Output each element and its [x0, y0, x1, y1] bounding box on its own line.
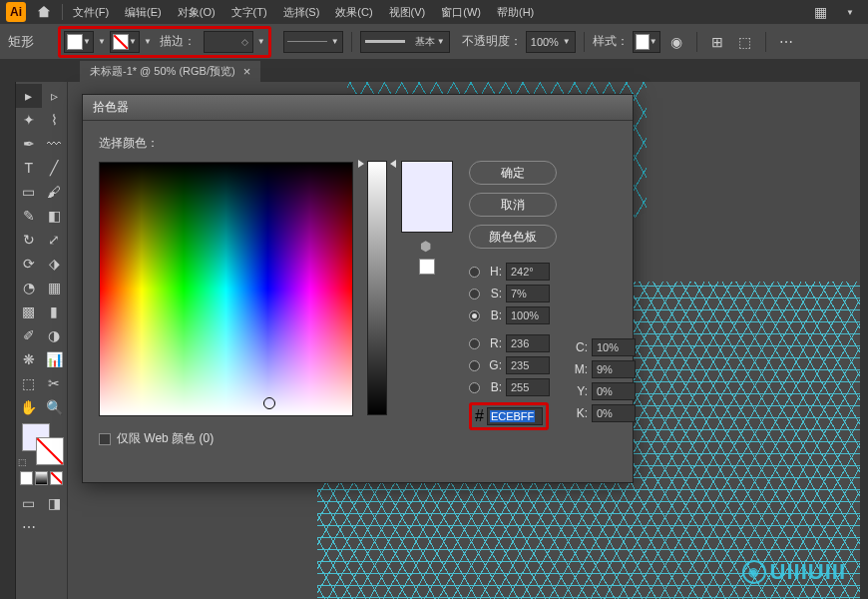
k-input[interactable]: 0% — [592, 404, 636, 422]
mesh-tool-icon[interactable]: ▩ — [16, 300, 42, 323]
eraser-tool-icon[interactable]: ◧ — [42, 204, 68, 228]
stroke-swatch-button[interactable]: ▼ — [110, 31, 140, 53]
pen-tool-icon[interactable]: ✒ — [16, 132, 42, 156]
hex-highlight: # ECEBFF — [469, 402, 549, 430]
value-slider[interactable] — [367, 161, 387, 415]
lasso-tool-icon[interactable]: ⌇ — [42, 108, 68, 132]
zoom-tool-icon[interactable]: 🔍 — [42, 395, 68, 419]
width-tool-icon[interactable]: ⟳ — [16, 252, 42, 276]
menu-select[interactable]: 选择(S) — [277, 3, 326, 22]
free-transform-icon[interactable]: ⬗ — [42, 252, 68, 276]
eyedropper-tool-icon[interactable]: ✐ — [16, 323, 42, 347]
layout-icon[interactable]: ▦ — [808, 0, 832, 24]
blend-tool-icon[interactable]: ◑ — [42, 323, 68, 347]
style-dropdown[interactable]: ▼ — [633, 31, 660, 53]
r-input[interactable]: 236 — [506, 334, 550, 352]
gradient-mode-icon[interactable] — [35, 471, 48, 485]
web-safe-swatch[interactable] — [419, 259, 435, 275]
menu-file[interactable]: 文件(F) — [67, 3, 115, 22]
swatches-button[interactable]: 颜色色板 — [469, 225, 557, 249]
b-radio[interactable] — [469, 310, 480, 321]
web-only-checkbox[interactable]: 仅限 Web 颜色 (0) — [99, 430, 353, 447]
g-input[interactable]: 235 — [506, 356, 550, 374]
scale-tool-icon[interactable]: ⤢ — [42, 228, 68, 252]
direct-selection-tool-icon[interactable]: ▹ — [42, 84, 68, 108]
none-mode-icon[interactable] — [50, 471, 63, 485]
brush-tool-icon[interactable]: 🖌 — [42, 180, 68, 204]
brush-dropdown[interactable]: 基本▼ — [360, 31, 450, 53]
screen-mode-icon[interactable]: ▭ — [16, 491, 42, 515]
c-input[interactable]: 10% — [592, 338, 636, 356]
rotate-tool-icon[interactable]: ↻ — [16, 228, 42, 252]
recolor-icon[interactable]: ◉ — [664, 30, 688, 54]
s-input[interactable]: 7% — [506, 285, 550, 302]
chevron-down-icon[interactable]: ▼ — [144, 37, 152, 46]
color-spectrum[interactable] — [99, 162, 353, 416]
slider-handle[interactable] — [362, 160, 392, 166]
stroke-width-input[interactable]: ◇ — [204, 31, 253, 53]
home-icon[interactable] — [36, 4, 52, 20]
menu-edit[interactable]: 编辑(E) — [119, 3, 168, 22]
s-radio[interactable] — [469, 289, 480, 300]
web-only-label: 仅限 Web 颜色 (0) — [117, 430, 214, 447]
dialog-title[interactable]: 拾色器 — [83, 95, 633, 121]
g-radio[interactable] — [469, 360, 480, 371]
gradient-tool-icon[interactable]: ▮ — [42, 300, 68, 323]
menu-bar: Ai 文件(F) 编辑(E) 对象(O) 文字(T) 选择(S) 效果(C) 视… — [0, 0, 868, 24]
color-mode-icon[interactable] — [20, 471, 33, 485]
chevron-down-icon[interactable]: ▼ — [257, 37, 265, 46]
menu-effect[interactable]: 效果(C) — [329, 3, 378, 22]
menu-object[interactable]: 对象(O) — [172, 3, 221, 22]
type-tool-icon[interactable]: T — [16, 156, 42, 180]
stroke-swatch[interactable] — [36, 437, 64, 465]
menu-help[interactable]: 帮助(H) — [491, 3, 540, 22]
more-options-icon[interactable]: ⋯ — [774, 30, 798, 54]
fill-stroke-highlight: ▼ ▼ ▼ ▼ 描边： ◇ ▼ — [58, 26, 271, 58]
swap-icon[interactable]: ⬚ — [18, 457, 27, 467]
graph-tool-icon[interactable]: 📊 — [42, 347, 68, 371]
h-input[interactable]: 242° — [506, 263, 550, 281]
shaper-tool-icon[interactable]: ✎ — [16, 204, 42, 228]
checkbox-icon[interactable] — [99, 433, 111, 445]
transform-icon[interactable]: ⬚ — [733, 30, 757, 54]
document-tab[interactable]: 未标题-1* @ 50% (RGB/预览) × — [80, 61, 260, 82]
align-icon[interactable]: ⊞ — [705, 30, 729, 54]
ok-button[interactable]: 确定 — [469, 161, 557, 185]
curvature-tool-icon[interactable]: 〰 — [42, 132, 68, 156]
layout-dropdown-icon[interactable]: ▼ — [838, 0, 862, 24]
rect-tool-icon[interactable]: ▭ — [16, 180, 42, 204]
line-tool-icon[interactable]: ╱ — [42, 156, 68, 180]
m-input[interactable]: 9% — [592, 360, 636, 378]
symbol-spray-icon[interactable]: ❋ — [16, 347, 42, 371]
gamut-warning-icon[interactable]: ⬢ — [420, 239, 434, 253]
wand-tool-icon[interactable]: ✦ — [16, 108, 42, 132]
perspective-grid-icon[interactable]: ▦ — [42, 276, 68, 300]
menu-window[interactable]: 窗口(W) — [435, 3, 487, 22]
screen-mode2-icon[interactable]: ◨ — [42, 491, 68, 515]
close-tab-icon[interactable]: × — [243, 64, 251, 79]
stroke-style-dropdown[interactable]: ▼ — [283, 31, 343, 53]
bri-input[interactable]: 100% — [506, 306, 550, 324]
menu-type[interactable]: 文字(T) — [225, 3, 273, 22]
menu-view[interactable]: 视图(V) — [383, 3, 432, 22]
cancel-button[interactable]: 取消 — [469, 193, 557, 217]
opacity-input[interactable]: 100%▼ — [526, 31, 576, 53]
y-input[interactable]: 0% — [592, 382, 636, 400]
blu-input[interactable]: 255 — [506, 378, 550, 396]
edit-toolbar-icon[interactable]: ⋯ — [16, 515, 42, 539]
chevron-down-icon[interactable]: ▼ — [98, 37, 106, 46]
slice-tool-icon[interactable]: ✂ — [42, 371, 68, 395]
selection-tool-icon[interactable]: ▸ — [16, 84, 42, 108]
fill-stroke-swatches[interactable]: ⬚ — [16, 419, 67, 469]
hand-tool-icon[interactable]: ✋ — [16, 395, 42, 419]
spectrum-cursor[interactable] — [263, 397, 275, 409]
artboard-tool-icon[interactable]: ⬚ — [16, 371, 42, 395]
shape-builder-icon[interactable]: ◔ — [16, 276, 42, 300]
right-panel-strip — [860, 82, 868, 599]
h-radio[interactable] — [469, 267, 480, 278]
r-radio[interactable] — [469, 338, 480, 349]
fill-swatch-button[interactable]: ▼ — [64, 31, 94, 53]
document-tab-bar: 未标题-1* @ 50% (RGB/预览) × — [0, 60, 868, 82]
hex-input[interactable]: ECEBFF — [487, 407, 543, 425]
blu-radio[interactable] — [469, 382, 480, 393]
